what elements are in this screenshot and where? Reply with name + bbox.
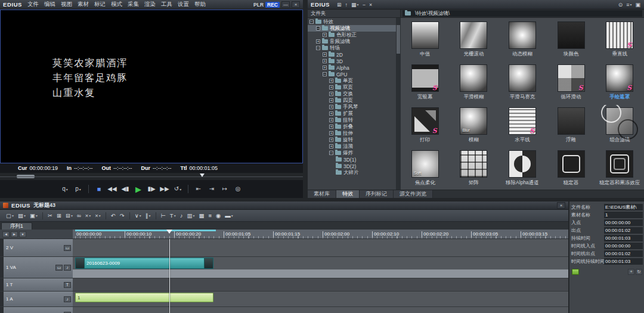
previous-frame-button[interactable]: ◀▮ bbox=[119, 183, 131, 195]
scrollbar-thumb[interactable] bbox=[397, 25, 400, 54]
tree-item[interactable]: + 旋转 bbox=[308, 137, 396, 143]
tab-source-browser[interactable]: 源文件浏览 bbox=[394, 190, 433, 198]
effect-item[interactable]: 稳定器 bbox=[547, 148, 596, 190]
jog-button[interactable]: ◎ bbox=[232, 183, 244, 195]
expand-collapse-icon[interactable]: + bbox=[323, 52, 327, 57]
expand-collapse-icon[interactable]: − bbox=[316, 46, 320, 50]
fast-forward-button[interactable]: ▶▶ bbox=[159, 183, 171, 195]
tree-item[interactable]: + 手风琴 bbox=[308, 104, 396, 110]
video-clip[interactable]: 20160623-0009 bbox=[75, 258, 213, 269]
expand-collapse-icon[interactable]: − bbox=[309, 20, 314, 24]
track-2a[interactable]: 2 A ♪ bbox=[0, 307, 73, 313]
effect-item[interactable]: 平滑模糊 bbox=[450, 62, 499, 105]
up-folder-icon[interactable]: ↑ bbox=[345, 1, 349, 8]
menu-item[interactable]: 模式 bbox=[109, 1, 125, 8]
tree-item[interactable]: + 拉伸 bbox=[308, 130, 396, 137]
add-icon[interactable]: + bbox=[628, 269, 634, 275]
tree-item[interactable]: + 扩展 bbox=[308, 110, 396, 117]
separator[interactable] bbox=[188, 185, 188, 193]
expand-collapse-icon[interactable]: − bbox=[316, 26, 320, 30]
separator[interactable] bbox=[106, 212, 106, 219]
tree-item[interactable]: + 涟漪 bbox=[308, 143, 396, 150]
tree-item[interactable]: + 色彩校正 bbox=[308, 32, 396, 38]
view-mode-icon[interactable]: ▦▾ bbox=[351, 1, 360, 8]
lock-icon[interactable]: ▣ bbox=[634, 1, 641, 8]
new-folder-icon[interactable]: ⊞ bbox=[336, 1, 342, 8]
separator[interactable] bbox=[88, 185, 89, 193]
tree-item[interactable]: + 四页 bbox=[308, 97, 396, 104]
copy-icon[interactable]: ⊞ bbox=[55, 211, 63, 220]
meter-icon[interactable]: ≡ bbox=[207, 211, 213, 220]
track-1t[interactable] bbox=[73, 278, 568, 292]
expand-collapse-icon[interactable]: + bbox=[323, 33, 327, 37]
play-button[interactable]: ▶ bbox=[132, 183, 144, 195]
separator[interactable] bbox=[42, 212, 43, 219]
expand-collapse-icon[interactable]: + bbox=[329, 144, 333, 148]
effect-item[interactable]: Blur 模糊 bbox=[450, 105, 499, 148]
title-icon[interactable]: T▾ bbox=[169, 211, 177, 220]
go-to-in-button[interactable]: ⇤ bbox=[193, 183, 205, 195]
track-1a[interactable]: 1 A ♪ bbox=[0, 292, 73, 307]
tree-item[interactable]: − GPU bbox=[308, 71, 396, 78]
expand-collapse-icon[interactable]: + bbox=[329, 131, 333, 135]
expand-collapse-icon[interactable]: − bbox=[329, 151, 333, 155]
tree-item[interactable]: + 2D bbox=[308, 51, 396, 58]
track-output-icon[interactable]: T bbox=[64, 282, 71, 288]
menu-item[interactable]: 采集 bbox=[125, 1, 141, 8]
effect-item[interactable]: 动态模糊 bbox=[498, 19, 547, 62]
track-1va[interactable]: 20160623-0009 bbox=[73, 257, 568, 278]
tree-item[interactable]: + 扭转 bbox=[308, 117, 396, 123]
tree-item[interactable]: + 交换 bbox=[308, 91, 396, 97]
track-2a[interactable] bbox=[73, 307, 568, 313]
tree-item[interactable]: − 转场 bbox=[308, 45, 396, 51]
track-output-icon[interactable]: ▭ bbox=[64, 245, 71, 251]
save-project-icon[interactable]: ▣▾ bbox=[29, 211, 39, 220]
effect-item[interactable]: S 手绘遮罩 bbox=[595, 62, 644, 105]
effect-item[interactable]: S 循环滑动 bbox=[547, 62, 596, 105]
record-icon[interactable]: ◉ bbox=[215, 211, 222, 220]
menu-item[interactable]: 编辑 bbox=[42, 1, 58, 8]
tree-item[interactable]: − 爆炸 bbox=[308, 150, 396, 156]
expand-collapse-icon[interactable]: + bbox=[329, 79, 333, 83]
separator[interactable] bbox=[129, 212, 130, 219]
track-1va[interactable]: 1 VA ▭♪ bbox=[0, 257, 73, 278]
tree-item[interactable]: − 视频滤镜 bbox=[308, 25, 396, 32]
effect-item[interactable]: S 宽银幕 bbox=[401, 62, 450, 105]
tree-item[interactable]: 3D(1) bbox=[308, 156, 396, 163]
timeline-ruler[interactable]: 00:00:00:0000:00:00:1000:00:00:2000:00:0… bbox=[73, 230, 568, 239]
playhead-line[interactable] bbox=[169, 239, 170, 313]
track-audio-icon[interactable]: ♪ bbox=[64, 265, 71, 271]
tree-item[interactable]: + 单页 bbox=[308, 78, 396, 84]
track-2v[interactable] bbox=[73, 239, 568, 257]
expand-collapse-icon[interactable]: + bbox=[329, 105, 333, 109]
timeline-tracks-area[interactable]: 20160623-0009 1 bbox=[73, 239, 568, 313]
undo-icon[interactable]: ↶ bbox=[110, 211, 117, 220]
refresh-icon[interactable]: ↻ bbox=[636, 269, 642, 275]
menu-item[interactable]: 文件 bbox=[25, 1, 41, 8]
track-output-icon[interactable]: ▭ bbox=[55, 265, 63, 271]
menu-item[interactable]: 设置 bbox=[175, 1, 191, 8]
effect-item[interactable]: 中值 bbox=[401, 19, 450, 62]
ripple-cut-icon[interactable]: ∞ bbox=[76, 211, 82, 220]
track-1t[interactable]: 1 T T bbox=[0, 278, 73, 292]
cut-icon[interactable]: ✂ bbox=[47, 211, 54, 220]
effect-item[interactable]: 移除Alpha通道 bbox=[498, 148, 547, 190]
tree-item[interactable]: − 特效 bbox=[308, 18, 396, 25]
expand-collapse-icon[interactable]: + bbox=[329, 111, 333, 116]
sync-mode-icon[interactable]: ∥▾ bbox=[144, 211, 152, 220]
effect-item[interactable]: S 水平线 bbox=[498, 105, 547, 148]
next-edit-point-button[interactable]: ↦ bbox=[219, 183, 231, 195]
next-frame-button[interactable]: ▮▶ bbox=[145, 183, 157, 195]
ripple-delete-icon[interactable]: ×▾ bbox=[94, 211, 102, 220]
rec-mode-button[interactable]: REC bbox=[265, 2, 280, 8]
position-marker-icon[interactable] bbox=[200, 173, 205, 177]
expand-collapse-icon[interactable]: + bbox=[329, 92, 333, 96]
capture-button[interactable]: q▾ bbox=[59, 183, 71, 195]
tree-item[interactable]: + Alpha bbox=[308, 64, 396, 71]
grow-tracks-icon[interactable]: ► bbox=[11, 231, 18, 237]
seek-bar[interactable] bbox=[0, 173, 303, 180]
expand-collapse-icon[interactable]: + bbox=[329, 138, 333, 142]
plr-mode-button[interactable]: PLR bbox=[253, 2, 264, 8]
tree-item[interactable]: 3D(2) bbox=[308, 163, 396, 169]
playhead-marker-icon[interactable] bbox=[166, 230, 172, 234]
